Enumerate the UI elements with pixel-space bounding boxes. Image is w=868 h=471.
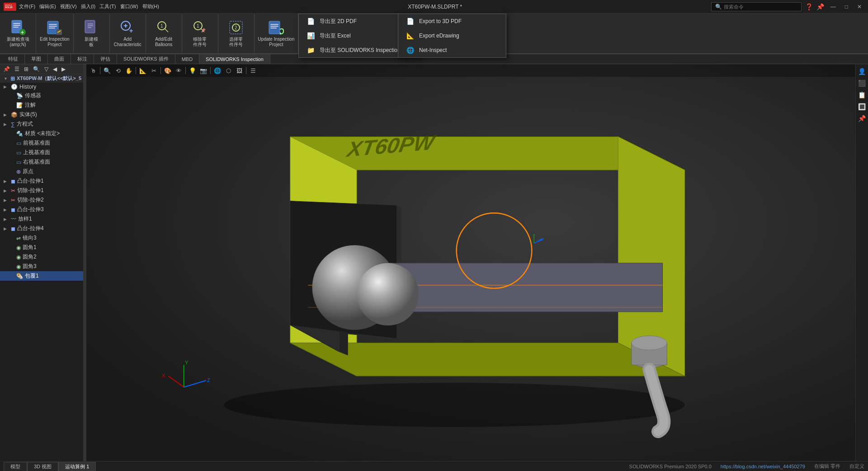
viewport[interactable]: 🖱 🔍 ⟲ ✋ 📐 ✂ 🎨 👁 💡 📷 🌐 ⬡ 🖼 ☰ (86, 64, 855, 461)
sidebar-prev-icon[interactable]: ◀ (52, 66, 58, 72)
svg-text:WORKS: WORKS (5, 4, 12, 6)
vp-display-style[interactable]: 🎨 (163, 66, 173, 75)
svg-line-88 (168, 376, 184, 387)
tab-sketch[interactable]: 草图 (25, 54, 48, 64)
vp-camera[interactable]: 📷 (198, 66, 208, 75)
sidebar-item-boss-extrude1[interactable]: ▶ ◼ 凸台-拉伸1 (0, 176, 83, 186)
minimize-btn[interactable]: — (828, 4, 839, 10)
sidebar-item-equations[interactable]: ▶ ∑ 方程式 (0, 119, 83, 129)
sidebar-item-history[interactable]: ▶ 🕐 History (0, 83, 83, 91)
vp-scene[interactable]: 🌐 (212, 66, 222, 75)
sidebar-item-annotation[interactable]: 📝 注解 (0, 100, 83, 110)
vp-view-orient[interactable]: 📐 (138, 66, 148, 75)
vp-lighting[interactable]: 💡 (188, 66, 198, 75)
tab-features[interactable]: 特征 (2, 54, 25, 64)
sidebar-item-fillet1[interactable]: ◉ 圆角1 (0, 243, 83, 252)
export-excel-icon: 📊 (306, 31, 315, 40)
sidebar-item-cut-extrude2[interactable]: ▶ ✂ 切除-拉伸2 (0, 195, 83, 205)
search-input[interactable] (724, 4, 787, 9)
new-model-icon (83, 19, 99, 36)
origin-label: 原点 (23, 168, 33, 175)
sidebar-item-wrap1[interactable]: 🌯 包覆1 (0, 271, 83, 281)
update-inspection-button[interactable]: Update InspectionProject (255, 14, 299, 53)
bottom-tab-model[interactable]: 模型 (4, 462, 27, 471)
rp-camera-icon[interactable]: 📌 (857, 113, 868, 124)
svg-rect-15 (85, 20, 95, 33)
vp-rotate-tool[interactable]: ⟲ (113, 66, 123, 75)
boss1-icon: ◼ (11, 178, 15, 184)
rp-person-icon[interactable]: 👤 (857, 66, 868, 77)
sidebar-toolbar: 📌 ☰ ⊞ 🔍 ▽ ◀ ▶ (0, 64, 83, 74)
sidebar-filter-icon[interactable]: ▽ (43, 66, 50, 72)
sidebar-item-front-plane[interactable]: ▭ 前视基准面 (0, 138, 83, 148)
custom-text: 自定义 (849, 463, 864, 470)
rp-display-icon[interactable]: 📋 (857, 89, 868, 100)
sidebar-list-icon[interactable]: ☰ (13, 66, 21, 72)
bottom-tab-motion[interactable]: 运动算例 1 (58, 462, 96, 471)
add-characteristic-button[interactable]: + AddCharacteristic (110, 14, 146, 53)
sidebar-item-sensors[interactable]: 📡 传感器 (0, 91, 83, 100)
edit-inspection-button[interactable]: Edit InspectionProject (36, 14, 74, 53)
help-icon[interactable]: ❓ (805, 3, 813, 10)
rp-section-icon[interactable]: 🔳 (857, 101, 868, 112)
mirror3-label: 镜向3 (23, 234, 37, 242)
sidebar-grid-icon[interactable]: ⊞ (23, 66, 30, 72)
sidebar-item-right-plane[interactable]: ▭ 右视基准面 (0, 157, 83, 167)
vp-hide-show[interactable]: 👁 (174, 66, 184, 75)
sidebar-next-icon[interactable]: ▶ (60, 66, 67, 72)
sidebar-search-icon[interactable]: 🔍 (32, 66, 41, 72)
sidebar-item-boss-extrude3[interactable]: ▶ ◼ 凸台-拉伸3 (0, 205, 83, 214)
vp-more[interactable]: ☰ (248, 66, 258, 75)
tab-markup[interactable]: 标注 (71, 54, 94, 64)
tree-root[interactable]: ▼ ⊞ XT60PW-M（默认<<默认>_5 (0, 74, 83, 83)
vp-pan-tool[interactable]: ✋ (124, 66, 134, 75)
boss4-label: 凸台-拉伸4 (17, 225, 44, 232)
pin-icon[interactable]: 📌 (816, 3, 824, 10)
sidebar-item-origin[interactable]: ⊕ 原点 (0, 167, 83, 176)
rp-scene-icon[interactable]: ⬛ (857, 78, 868, 89)
export-3d-pdf[interactable]: 📄 Export to 3D PDF (398, 14, 506, 28)
sidebar-item-loft1[interactable]: ▶ 〰 放样1 (0, 214, 83, 224)
fillet3-label: 圆角3 (23, 263, 37, 270)
sidebar-pin-icon[interactable]: 📌 (2, 66, 11, 72)
url-text: https://blog.csdn.net/weixin_44450279 (721, 464, 805, 469)
select-seq-button[interactable]: 2 选择零件序号 (218, 14, 255, 53)
sidebar-item-top-plane[interactable]: ▭ 上视基准面 (0, 148, 83, 157)
bottom-tab-3dview[interactable]: 3D 视图 (27, 462, 58, 471)
new-model-button[interactable]: 新建模板 (74, 14, 110, 53)
export-edrawing[interactable]: 📐 Export eDrawing (398, 28, 506, 43)
tab-mbd[interactable]: MBD (175, 54, 199, 64)
net-inspect[interactable]: 🌐 Net-Inspect (398, 43, 506, 57)
export-menu-right: 📄 Export to 3D PDF 📐 Export eDrawing 🌐 N… (398, 14, 506, 58)
sidebar-item-fillet2[interactable]: ◉ 圆角2 (0, 252, 83, 262)
tab-surface[interactable]: 曲面 (48, 54, 71, 64)
sidebar-item-material[interactable]: 🔩 材质 <未指定> (0, 129, 83, 138)
close-btn[interactable]: ✕ (854, 4, 864, 10)
move-seq-button[interactable]: 1 移除零件序号 (182, 14, 218, 53)
vp-zoom-tool[interactable]: 🔍 (102, 66, 112, 75)
svg-text:SOLID: SOLID (5, 6, 13, 9)
vp-appearance[interactable]: ⬡ (223, 66, 233, 75)
tab-sw-plugins[interactable]: SOLIDWORKS 插件 (117, 54, 175, 64)
add-edit-balloons-button[interactable]: 1 Add/EditBalloons (146, 14, 182, 53)
search-bar[interactable]: 🔍 (711, 2, 802, 11)
vp-select-tool[interactable]: 🖱 (88, 66, 98, 75)
tab-evaluate[interactable]: 评估 (94, 54, 117, 64)
sidebar-item-cut-extrude1[interactable]: ▶ ✂ 切除-拉伸1 (0, 186, 83, 195)
vp-decal[interactable]: 🖼 (234, 66, 244, 75)
export-edrawing-icon: 📐 (406, 31, 415, 40)
vp-section-view[interactable]: ✂ (149, 66, 159, 75)
tab-sw-inspection[interactable]: SOLIDWORKS Inspection (199, 54, 270, 64)
new-check-button[interactable]: + 新建检查项(amp;N) (0, 14, 36, 53)
sidebar-item-fillet3[interactable]: ◉ 圆角3 (0, 262, 83, 271)
origin-icon: ⊕ (16, 169, 21, 175)
new-model-label: 新建模板 (85, 37, 98, 47)
ribbon: + 新建检查项(amp;N) Edit InspectionProject (0, 14, 868, 54)
sidebar-item-solid[interactable]: ▶ 📦 实体(5) (0, 110, 83, 119)
svg-point-80 (632, 336, 667, 350)
vp-sep4 (185, 67, 186, 74)
export-edrawing-label: Export eDrawing (419, 33, 459, 39)
sidebar-item-mirror3[interactable]: ⇌ 镜向3 (0, 233, 83, 243)
maximize-btn[interactable]: □ (842, 4, 851, 10)
sidebar-item-boss-extrude4[interactable]: ▶ ◼ 凸台-拉伸4 (0, 224, 83, 233)
